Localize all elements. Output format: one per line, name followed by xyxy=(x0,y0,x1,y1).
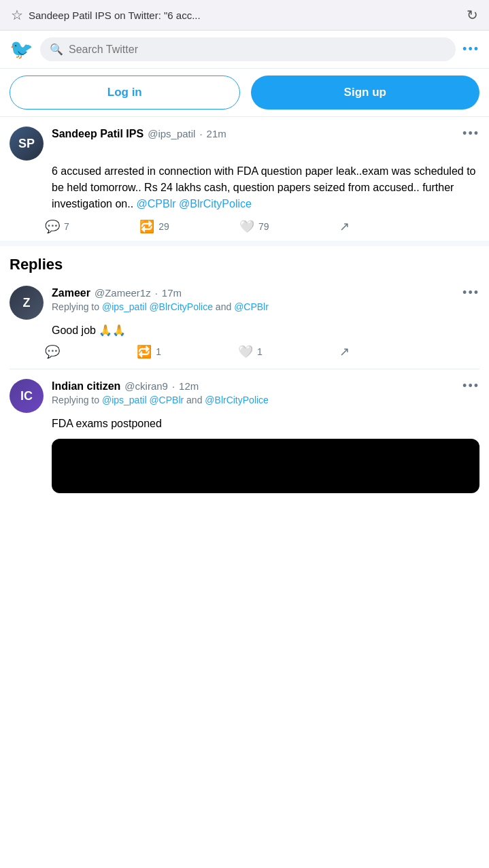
reply-to-mention-3[interactable]: @CPBlr xyxy=(234,301,269,312)
reply-body: Good job 🙏🙏 xyxy=(10,322,479,339)
twitter-logo-icon[interactable]: 🐦 xyxy=(10,38,33,61)
reply-avatar-2: IC xyxy=(10,379,44,413)
comment-count: 7 xyxy=(64,221,69,232)
reply-username-2[interactable]: Indian citizen xyxy=(52,380,120,393)
reply-body-2: FDA exams postponed xyxy=(10,416,479,432)
tweet-meta: Sandeep Patil IPS @ips_patil · 21m ••• xyxy=(52,127,479,141)
reply-share-action[interactable]: ↗ xyxy=(339,344,350,359)
search-input[interactable] xyxy=(69,44,446,56)
tweet-separator: · xyxy=(199,128,202,139)
reply-comment-icon: 💬 xyxy=(45,344,60,359)
reload-icon[interactable]: ↻ xyxy=(467,7,478,23)
like-icon: 🤍 xyxy=(239,219,254,234)
header-more-icon[interactable]: ••• xyxy=(462,42,479,56)
reply-header: Z Zameer @Zameer1z · 17m ••• Replying to… xyxy=(10,286,479,320)
replying-to-label: Replying to @ips_patil @BlrCityPolice an… xyxy=(52,301,479,312)
reply-username[interactable]: Zameer xyxy=(52,287,90,299)
comment-action[interactable]: 💬 7 xyxy=(45,219,69,234)
reply-more-icon-2[interactable]: ••• xyxy=(462,379,479,393)
retweet-action[interactable]: 🔁 29 xyxy=(139,219,169,234)
reply-like-count: 1 xyxy=(257,346,263,357)
comment-icon: 💬 xyxy=(45,219,60,234)
auth-buttons: Log in Sign up xyxy=(0,69,489,117)
tweet-header: SP Sandeep Patil IPS @ips_patil · 21m ••… xyxy=(10,127,479,161)
reply-to-mention2-1[interactable]: @ips_patil xyxy=(102,395,147,405)
reply-separator: · xyxy=(155,287,158,299)
tweet-mention-cpblr[interactable]: @CPBlr xyxy=(137,198,176,210)
signup-button[interactable]: Sign up xyxy=(251,76,480,110)
reply-avatar-initials-2: IC xyxy=(20,389,33,403)
tweet-username[interactable]: Sandeep Patil IPS xyxy=(52,128,144,140)
like-action[interactable]: 🤍 79 xyxy=(239,219,269,234)
reply-item-2: IC Indian citizen @ckiran9 · 12m ••• Rep… xyxy=(10,369,479,503)
reply-image-preview xyxy=(52,439,479,493)
reply-separator-2: · xyxy=(172,380,175,392)
reply-handle[interactable]: @Zameer1z xyxy=(95,287,151,299)
reply-user-info: Zameer @Zameer1z · 17m xyxy=(52,287,182,299)
tweet-actions: 💬 7 🔁 29 🤍 79 ↗ xyxy=(10,212,350,241)
reply-avatar: Z xyxy=(10,286,44,320)
reply-header-2: IC Indian citizen @ckiran9 · 12m ••• Rep… xyxy=(10,379,479,413)
reply-user-line: Zameer @Zameer1z · 17m ••• xyxy=(52,286,479,300)
tweet-more-icon[interactable]: ••• xyxy=(462,127,479,141)
bookmark-icon[interactable]: ☆ xyxy=(11,7,23,23)
like-count: 79 xyxy=(258,221,269,232)
replying-to-label-2: Replying to @ips_patil @CPBlr and @BlrCi… xyxy=(52,395,479,405)
twitter-header: 🐦 🔍 ••• xyxy=(0,31,489,69)
reply-user-info-2: Indian citizen @ckiran9 · 12m xyxy=(52,380,199,393)
reply-retweet-action[interactable]: 🔁 1 xyxy=(137,344,161,359)
reply-share-icon: ↗ xyxy=(339,344,350,359)
tweet-mention-blrcitypolice[interactable]: @BlrCityPolice xyxy=(179,198,252,210)
reply-item: Z Zameer @Zameer1z · 17m ••• Replying to… xyxy=(10,276,479,369)
reply-user-line-2: Indian citizen @ckiran9 · 12m ••• xyxy=(52,379,479,393)
avatar-initials: SP xyxy=(18,137,35,151)
reply-comment-action[interactable]: 💬 xyxy=(45,344,60,359)
tweet-body: 6 accused arrested in connection with FD… xyxy=(10,163,479,212)
main-tweet: SP Sandeep Patil IPS @ips_patil · 21m ••… xyxy=(0,117,489,246)
reply-meta: Zameer @Zameer1z · 17m ••• Replying to @… xyxy=(52,286,479,312)
tweet-text: 6 accused arrested in connection with FD… xyxy=(52,165,475,210)
reply-handle-2[interactable]: @ckiran9 xyxy=(124,380,168,392)
reply-actions: 💬 🔁 1 🤍 1 ↗ xyxy=(10,339,350,359)
reply-meta-2: Indian citizen @ckiran9 · 12m ••• Replyi… xyxy=(52,379,479,405)
tweet-handle[interactable]: @ips_patil xyxy=(148,128,195,139)
retweet-count: 29 xyxy=(158,221,169,232)
replies-section: Replies Z Zameer @Zameer1z · 17m ••• Rep… xyxy=(0,246,489,503)
address-bar: ☆ Sandeep Patil IPS on Twitter: "6 acc..… xyxy=(0,0,489,31)
reply-retweet-count: 1 xyxy=(156,346,161,357)
reply-time: 17m xyxy=(162,287,182,299)
reply-like-icon: 🤍 xyxy=(238,344,253,359)
share-icon: ↗ xyxy=(339,219,350,234)
reply-time-2: 12m xyxy=(179,380,199,392)
reply-more-icon[interactable]: ••• xyxy=(462,286,479,300)
tweet-time: 21m xyxy=(207,128,226,139)
reply-to-mention-2[interactable]: @BlrCityPolice xyxy=(149,301,213,312)
login-button[interactable]: Log in xyxy=(10,76,240,110)
replies-title: Replies xyxy=(10,256,479,273)
avatar: SP xyxy=(10,127,44,161)
reply-retweet-icon: 🔁 xyxy=(137,344,152,359)
reply-to-mention2-2[interactable]: @CPBlr xyxy=(149,395,184,405)
reply-to-mention-1[interactable]: @ips_patil xyxy=(102,301,147,312)
address-bar-url[interactable]: Sandeep Patil IPS on Twitter: "6 acc... xyxy=(29,10,467,21)
retweet-icon: 🔁 xyxy=(139,219,154,234)
reply-like-action[interactable]: 🤍 1 xyxy=(238,344,263,359)
tweet-user-line: Sandeep Patil IPS @ips_patil · 21m ••• xyxy=(52,127,479,141)
tweet-user-info: Sandeep Patil IPS @ips_patil · 21m xyxy=(52,128,226,140)
share-action[interactable]: ↗ xyxy=(339,219,350,234)
search-icon: 🔍 xyxy=(50,43,63,56)
reply-avatar-initials: Z xyxy=(23,296,31,310)
search-bar[interactable]: 🔍 xyxy=(40,37,456,61)
reply-to-mention2-3[interactable]: @BlrCityPolice xyxy=(205,395,269,405)
